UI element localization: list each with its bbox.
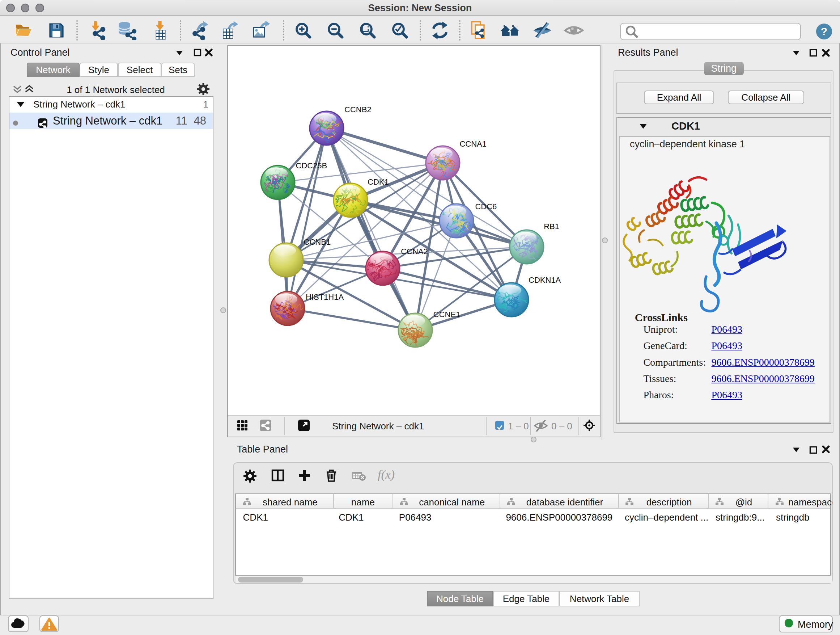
svg-text:RB1: RB1 [544, 222, 559, 231]
svg-text:CDC25B: CDC25B [295, 161, 327, 170]
svg-text:CCNA1: CCNA1 [459, 139, 486, 149]
svg-text:CCNB2: CCNB2 [344, 105, 371, 114]
svg-text:CDK1: CDK1 [368, 177, 389, 187]
svg-text:CDC6: CDC6 [475, 202, 497, 211]
svg-text:CCNB1: CCNB1 [304, 238, 331, 247]
svg-text:CDKN1A: CDKN1A [529, 276, 561, 285]
svg-text:CCNA2: CCNA2 [401, 247, 428, 256]
svg-text:CCNE1: CCNE1 [433, 310, 461, 319]
svg-text:?: ? [821, 25, 827, 37]
svg-text:HIST1H1A: HIST1H1A [306, 293, 344, 302]
